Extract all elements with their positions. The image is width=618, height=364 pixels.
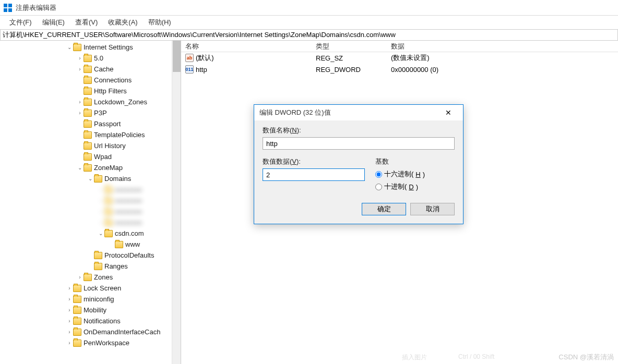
tree-item-mobility[interactable]: ›Mobility	[0, 305, 181, 316]
chevron-right-icon[interactable]: ›	[66, 339, 73, 347]
dword-value-icon: 011	[185, 65, 194, 74]
folder-icon	[84, 120, 92, 128]
ok-button[interactable]: 确定	[362, 203, 406, 215]
tree-item-wpad[interactable]: Wpad	[0, 151, 181, 162]
column-data[interactable]: 数据	[387, 41, 618, 52]
tree-item-blurred[interactable]: ›xxxxxxxx	[0, 206, 181, 217]
string-value-icon: ab	[185, 54, 194, 62]
svg-rect-2	[4, 8, 7, 12]
chevron-right-icon[interactable]: ›	[66, 329, 73, 336]
tree-item-5-0[interactable]: ›5.0	[0, 53, 181, 64]
window-title: 注册表编辑器	[16, 3, 56, 13]
folder-icon	[84, 110, 92, 117]
folder-icon	[73, 285, 81, 292]
folder-icon	[104, 219, 113, 226]
folder-icon	[84, 164, 92, 172]
chevron-down-icon[interactable]: ⌄	[66, 44, 73, 51]
tree-item-csdn[interactable]: ⌄csdn.com	[0, 228, 181, 239]
tree-item-lockdown-zones[interactable]: ›Lockdown_Zones	[0, 96, 181, 107]
list-row-default[interactable]: ab(默认) REG_SZ (数值未设置)	[181, 52, 618, 64]
chevron-right-icon[interactable]: ›	[66, 307, 73, 314]
tree-item-miniconfig[interactable]: ›miniconfig	[0, 294, 181, 305]
dialog-title: 编辑 DWORD (32 位)值	[259, 108, 331, 117]
menu-edit[interactable]: 编辑(E)	[38, 17, 69, 28]
tree-item-www[interactable]: www	[0, 239, 181, 250]
folder-icon	[84, 142, 92, 150]
tree-item-http-filters[interactable]: Http Filters	[0, 86, 181, 96]
chevron-right-icon[interactable]: ›	[66, 296, 73, 303]
value-name-label: 数值名称(N):	[263, 126, 455, 135]
tree-item-passport[interactable]: Passport	[0, 118, 181, 129]
tree-item-url-history[interactable]: Url History	[0, 140, 181, 151]
radio-dec-input[interactable]	[375, 184, 382, 190]
dialog-titlebar[interactable]: 编辑 DWORD (32 位)值 ✕	[254, 105, 463, 120]
tree-item-blurred[interactable]: ›xxxxxxxx	[0, 184, 181, 195]
folder-icon	[104, 186, 113, 193]
radio-hex[interactable]: 十六进制(H)	[375, 169, 455, 179]
list-row-http[interactable]: 011http REG_DWORD 0x00000000 (0)	[181, 64, 618, 75]
folder-icon	[73, 44, 81, 51]
value-name-input[interactable]	[263, 137, 455, 150]
tree-item-template-policies[interactable]: TemplatePolicies	[0, 129, 181, 140]
folder-icon	[73, 329, 81, 336]
radio-hex-input[interactable]	[375, 171, 382, 178]
menu-favorites[interactable]: 收藏夹(A)	[104, 17, 141, 28]
chevron-right-icon[interactable]: ›	[76, 55, 84, 62]
tree-scrollbar[interactable]	[172, 41, 181, 364]
window-titlebar: 注册表编辑器	[0, 0, 618, 16]
scroll-thumb[interactable]	[173, 41, 181, 72]
chevron-right-icon[interactable]: ›	[76, 110, 84, 117]
chevron-right-icon[interactable]: ›	[66, 318, 73, 325]
svg-rect-3	[8, 8, 12, 12]
dialog-body: 数值名称(N): 数值数据(V): 基数 十六进制(H) 十进制(D) 确定 取…	[254, 120, 463, 224]
tree-item-domains[interactable]: ⌄Domains	[0, 173, 181, 184]
tree-item-lock-screen[interactable]: ›Lock Screen	[0, 283, 181, 294]
tree-item-p3p[interactable]: ›P3P	[0, 107, 181, 118]
chevron-right-icon[interactable]: ›	[76, 99, 84, 106]
value-data-input[interactable]	[263, 168, 365, 181]
tree-item-on-demand[interactable]: ›OnDemandInterfaceCach	[0, 326, 181, 337]
value-name: (默认)	[196, 53, 214, 63]
address-bar[interactable]: 计算机\HKEY_CURRENT_USER\Software\Microsoft…	[0, 29, 618, 41]
tree-item-internet-settings[interactable]: ⌄Internet Settings	[0, 42, 181, 53]
folder-icon	[115, 241, 123, 248]
close-button[interactable]: ✕	[439, 105, 458, 120]
folder-icon	[94, 252, 102, 259]
folder-icon	[73, 339, 81, 347]
chevron-down-icon[interactable]: ⌄	[97, 230, 104, 237]
radio-dec[interactable]: 十进制(D)	[375, 182, 455, 191]
value-data-label: 数值数据(V):	[263, 157, 365, 166]
folder-icon	[73, 318, 81, 325]
chevron-down-icon[interactable]: ⌄	[87, 175, 94, 183]
svg-rect-0	[4, 4, 7, 7]
menu-file[interactable]: 文件(F)	[5, 17, 36, 28]
column-type[interactable]: 类型	[312, 41, 387, 52]
tree-item-zone-map[interactable]: ⌄ZoneMap	[0, 162, 181, 173]
folder-icon	[94, 263, 102, 270]
chevron-right-icon[interactable]: ›	[76, 66, 84, 73]
app-icon	[3, 3, 13, 13]
tree-item-connections[interactable]: Connections	[0, 75, 181, 86]
tree-item-protocol-defaults[interactable]: ProtocolDefaults	[0, 250, 181, 261]
cancel-button[interactable]: 取消	[410, 203, 455, 215]
tree-item-zones[interactable]: ›Zones	[0, 272, 181, 283]
menu-view[interactable]: 查看(V)	[71, 17, 102, 28]
svg-rect-1	[8, 4, 12, 7]
menubar: 文件(F) 编辑(E) 查看(V) 收藏夹(A) 帮助(H)	[0, 16, 618, 29]
folder-icon	[104, 197, 113, 204]
tree-item-ranges[interactable]: Ranges	[0, 261, 181, 272]
menu-help[interactable]: 帮助(H)	[144, 17, 175, 28]
chevron-right-icon[interactable]: ›	[66, 285, 73, 292]
chevron-right-icon[interactable]: ›	[76, 274, 84, 281]
tree-item-blurred[interactable]: ›xxxxxxxx	[0, 217, 181, 228]
tree-item-notifications[interactable]: ›Notifications	[0, 316, 181, 326]
tree-item-cache[interactable]: ›Cache	[0, 64, 181, 75]
folder-icon	[104, 230, 113, 237]
tree-item-pen-workspace[interactable]: ›PenWorkspace	[0, 337, 181, 348]
value-name: http	[196, 66, 207, 74]
column-name[interactable]: 名称	[181, 41, 312, 52]
base-label: 基数	[375, 157, 455, 166]
watermark: CSDN @溪若清渦	[558, 353, 614, 362]
chevron-down-icon[interactable]: ⌄	[76, 164, 84, 172]
tree-item-blurred[interactable]: ›xxxxxxxx	[0, 195, 181, 206]
